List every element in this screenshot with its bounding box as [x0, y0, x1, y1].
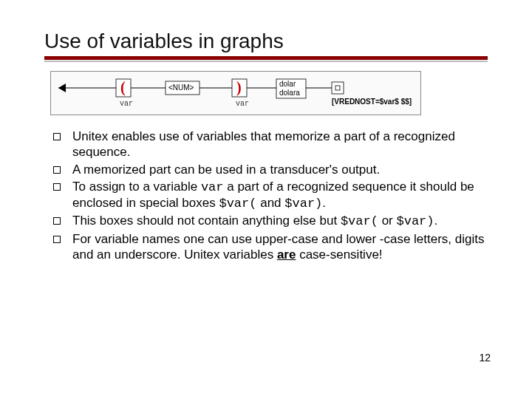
- page-number: 12: [479, 352, 491, 364]
- var-label-2: var: [236, 100, 249, 108]
- word-dolar: dolar: [279, 80, 296, 88]
- bullet-4: This boxes should not contain anything e…: [52, 213, 488, 229]
- title-underline: [44, 56, 488, 62]
- close-paren: ): [236, 79, 242, 96]
- svg-marker-1: [58, 83, 66, 92]
- bullet-list: Unitex enables use of variables that mem…: [52, 129, 488, 262]
- bullet-3: To assign to a variable var a part of a …: [52, 179, 488, 212]
- bullet-5: For variable names one can use upper-cas…: [52, 231, 488, 263]
- num-label: <NUM>: [168, 83, 194, 92]
- var-label-1: var: [120, 100, 133, 108]
- bullet-1: Unitex enables use of variables that mem…: [52, 129, 488, 160]
- word-dolara: dolara: [279, 89, 300, 97]
- graph-output: [VREDNOST=$var$ $$]: [332, 98, 412, 106]
- slide-title: Use of variables in graphs: [44, 30, 488, 53]
- graph-diagram: ( var <NUM> ) var dolar dolara [: [50, 71, 421, 115]
- svg-rect-11: [332, 82, 344, 94]
- bullet-2: A memorized part can be used in a transd…: [52, 162, 488, 177]
- open-paren: (: [120, 79, 126, 96]
